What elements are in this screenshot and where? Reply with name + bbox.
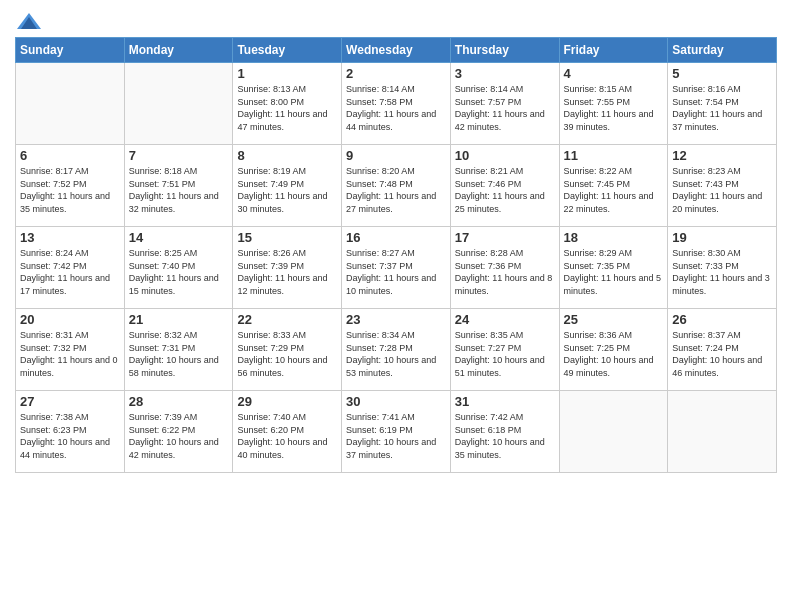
day-info: Sunrise: 8:26 AM Sunset: 7:39 PM Dayligh… bbox=[237, 247, 337, 297]
day-number: 12 bbox=[672, 148, 772, 163]
calendar-cell: 30Sunrise: 7:41 AM Sunset: 6:19 PM Dayli… bbox=[342, 391, 451, 473]
day-number: 5 bbox=[672, 66, 772, 81]
day-number: 1 bbox=[237, 66, 337, 81]
calendar-cell bbox=[668, 391, 777, 473]
day-info: Sunrise: 8:23 AM Sunset: 7:43 PM Dayligh… bbox=[672, 165, 772, 215]
calendar-cell: 14Sunrise: 8:25 AM Sunset: 7:40 PM Dayli… bbox=[124, 227, 233, 309]
day-info: Sunrise: 8:33 AM Sunset: 7:29 PM Dayligh… bbox=[237, 329, 337, 379]
calendar-cell: 25Sunrise: 8:36 AM Sunset: 7:25 PM Dayli… bbox=[559, 309, 668, 391]
day-number: 27 bbox=[20, 394, 120, 409]
day-number: 11 bbox=[564, 148, 664, 163]
week-row-1: 1Sunrise: 8:13 AM Sunset: 8:00 PM Daylig… bbox=[16, 63, 777, 145]
day-info: Sunrise: 8:16 AM Sunset: 7:54 PM Dayligh… bbox=[672, 83, 772, 133]
day-info: Sunrise: 8:36 AM Sunset: 7:25 PM Dayligh… bbox=[564, 329, 664, 379]
day-number: 26 bbox=[672, 312, 772, 327]
day-number: 16 bbox=[346, 230, 446, 245]
calendar-cell: 24Sunrise: 8:35 AM Sunset: 7:27 PM Dayli… bbox=[450, 309, 559, 391]
calendar-cell: 22Sunrise: 8:33 AM Sunset: 7:29 PM Dayli… bbox=[233, 309, 342, 391]
calendar-table: SundayMondayTuesdayWednesdayThursdayFrid… bbox=[15, 37, 777, 473]
week-row-2: 6Sunrise: 8:17 AM Sunset: 7:52 PM Daylig… bbox=[16, 145, 777, 227]
calendar-cell bbox=[124, 63, 233, 145]
day-info: Sunrise: 8:34 AM Sunset: 7:28 PM Dayligh… bbox=[346, 329, 446, 379]
calendar-cell: 26Sunrise: 8:37 AM Sunset: 7:24 PM Dayli… bbox=[668, 309, 777, 391]
day-info: Sunrise: 7:39 AM Sunset: 6:22 PM Dayligh… bbox=[129, 411, 229, 461]
day-number: 24 bbox=[455, 312, 555, 327]
day-info: Sunrise: 8:30 AM Sunset: 7:33 PM Dayligh… bbox=[672, 247, 772, 297]
calendar-cell: 19Sunrise: 8:30 AM Sunset: 7:33 PM Dayli… bbox=[668, 227, 777, 309]
calendar-cell: 6Sunrise: 8:17 AM Sunset: 7:52 PM Daylig… bbox=[16, 145, 125, 227]
day-number: 25 bbox=[564, 312, 664, 327]
calendar-cell: 17Sunrise: 8:28 AM Sunset: 7:36 PM Dayli… bbox=[450, 227, 559, 309]
day-number: 18 bbox=[564, 230, 664, 245]
weekday-monday: Monday bbox=[124, 38, 233, 63]
logo bbox=[15, 10, 47, 31]
calendar-cell: 7Sunrise: 8:18 AM Sunset: 7:51 PM Daylig… bbox=[124, 145, 233, 227]
week-row-4: 20Sunrise: 8:31 AM Sunset: 7:32 PM Dayli… bbox=[16, 309, 777, 391]
calendar-cell: 16Sunrise: 8:27 AM Sunset: 7:37 PM Dayli… bbox=[342, 227, 451, 309]
day-info: Sunrise: 7:41 AM Sunset: 6:19 PM Dayligh… bbox=[346, 411, 446, 461]
day-info: Sunrise: 8:19 AM Sunset: 7:49 PM Dayligh… bbox=[237, 165, 337, 215]
day-info: Sunrise: 8:32 AM Sunset: 7:31 PM Dayligh… bbox=[129, 329, 229, 379]
day-info: Sunrise: 8:28 AM Sunset: 7:36 PM Dayligh… bbox=[455, 247, 555, 297]
day-info: Sunrise: 8:21 AM Sunset: 7:46 PM Dayligh… bbox=[455, 165, 555, 215]
day-info: Sunrise: 7:42 AM Sunset: 6:18 PM Dayligh… bbox=[455, 411, 555, 461]
calendar-cell: 8Sunrise: 8:19 AM Sunset: 7:49 PM Daylig… bbox=[233, 145, 342, 227]
day-number: 9 bbox=[346, 148, 446, 163]
calendar-cell: 21Sunrise: 8:32 AM Sunset: 7:31 PM Dayli… bbox=[124, 309, 233, 391]
weekday-header: SundayMondayTuesdayWednesdayThursdayFrid… bbox=[16, 38, 777, 63]
calendar-cell: 11Sunrise: 8:22 AM Sunset: 7:45 PM Dayli… bbox=[559, 145, 668, 227]
calendar-cell: 9Sunrise: 8:20 AM Sunset: 7:48 PM Daylig… bbox=[342, 145, 451, 227]
calendar-cell: 28Sunrise: 7:39 AM Sunset: 6:22 PM Dayli… bbox=[124, 391, 233, 473]
day-number: 28 bbox=[129, 394, 229, 409]
day-number: 13 bbox=[20, 230, 120, 245]
day-number: 3 bbox=[455, 66, 555, 81]
calendar-cell: 13Sunrise: 8:24 AM Sunset: 7:42 PM Dayli… bbox=[16, 227, 125, 309]
day-number: 2 bbox=[346, 66, 446, 81]
header bbox=[15, 10, 777, 31]
calendar-cell: 3Sunrise: 8:14 AM Sunset: 7:57 PM Daylig… bbox=[450, 63, 559, 145]
day-info: Sunrise: 8:24 AM Sunset: 7:42 PM Dayligh… bbox=[20, 247, 120, 297]
calendar-cell: 31Sunrise: 7:42 AM Sunset: 6:18 PM Dayli… bbox=[450, 391, 559, 473]
weekday-thursday: Thursday bbox=[450, 38, 559, 63]
day-number: 7 bbox=[129, 148, 229, 163]
day-info: Sunrise: 8:15 AM Sunset: 7:55 PM Dayligh… bbox=[564, 83, 664, 133]
calendar-cell: 5Sunrise: 8:16 AM Sunset: 7:54 PM Daylig… bbox=[668, 63, 777, 145]
calendar-cell: 18Sunrise: 8:29 AM Sunset: 7:35 PM Dayli… bbox=[559, 227, 668, 309]
day-number: 6 bbox=[20, 148, 120, 163]
day-info: Sunrise: 7:38 AM Sunset: 6:23 PM Dayligh… bbox=[20, 411, 120, 461]
calendar-cell: 2Sunrise: 8:14 AM Sunset: 7:58 PM Daylig… bbox=[342, 63, 451, 145]
calendar-cell: 10Sunrise: 8:21 AM Sunset: 7:46 PM Dayli… bbox=[450, 145, 559, 227]
day-number: 19 bbox=[672, 230, 772, 245]
day-number: 17 bbox=[455, 230, 555, 245]
day-info: Sunrise: 8:29 AM Sunset: 7:35 PM Dayligh… bbox=[564, 247, 664, 297]
calendar-cell: 20Sunrise: 8:31 AM Sunset: 7:32 PM Dayli… bbox=[16, 309, 125, 391]
day-number: 31 bbox=[455, 394, 555, 409]
calendar-cell: 12Sunrise: 8:23 AM Sunset: 7:43 PM Dayli… bbox=[668, 145, 777, 227]
day-number: 21 bbox=[129, 312, 229, 327]
calendar-cell bbox=[16, 63, 125, 145]
day-info: Sunrise: 8:27 AM Sunset: 7:37 PM Dayligh… bbox=[346, 247, 446, 297]
calendar-cell bbox=[559, 391, 668, 473]
calendar-cell: 1Sunrise: 8:13 AM Sunset: 8:00 PM Daylig… bbox=[233, 63, 342, 145]
day-info: Sunrise: 8:25 AM Sunset: 7:40 PM Dayligh… bbox=[129, 247, 229, 297]
day-info: Sunrise: 8:14 AM Sunset: 7:57 PM Dayligh… bbox=[455, 83, 555, 133]
day-number: 4 bbox=[564, 66, 664, 81]
weekday-friday: Friday bbox=[559, 38, 668, 63]
week-row-3: 13Sunrise: 8:24 AM Sunset: 7:42 PM Dayli… bbox=[16, 227, 777, 309]
day-number: 23 bbox=[346, 312, 446, 327]
logo-icon bbox=[15, 11, 43, 31]
day-info: Sunrise: 8:13 AM Sunset: 8:00 PM Dayligh… bbox=[237, 83, 337, 133]
day-number: 30 bbox=[346, 394, 446, 409]
day-info: Sunrise: 8:37 AM Sunset: 7:24 PM Dayligh… bbox=[672, 329, 772, 379]
day-number: 14 bbox=[129, 230, 229, 245]
day-info: Sunrise: 8:22 AM Sunset: 7:45 PM Dayligh… bbox=[564, 165, 664, 215]
week-row-5: 27Sunrise: 7:38 AM Sunset: 6:23 PM Dayli… bbox=[16, 391, 777, 473]
weekday-wednesday: Wednesday bbox=[342, 38, 451, 63]
weekday-saturday: Saturday bbox=[668, 38, 777, 63]
calendar-body: 1Sunrise: 8:13 AM Sunset: 8:00 PM Daylig… bbox=[16, 63, 777, 473]
day-info: Sunrise: 8:18 AM Sunset: 7:51 PM Dayligh… bbox=[129, 165, 229, 215]
calendar-cell: 15Sunrise: 8:26 AM Sunset: 7:39 PM Dayli… bbox=[233, 227, 342, 309]
day-number: 22 bbox=[237, 312, 337, 327]
day-number: 29 bbox=[237, 394, 337, 409]
day-number: 15 bbox=[237, 230, 337, 245]
